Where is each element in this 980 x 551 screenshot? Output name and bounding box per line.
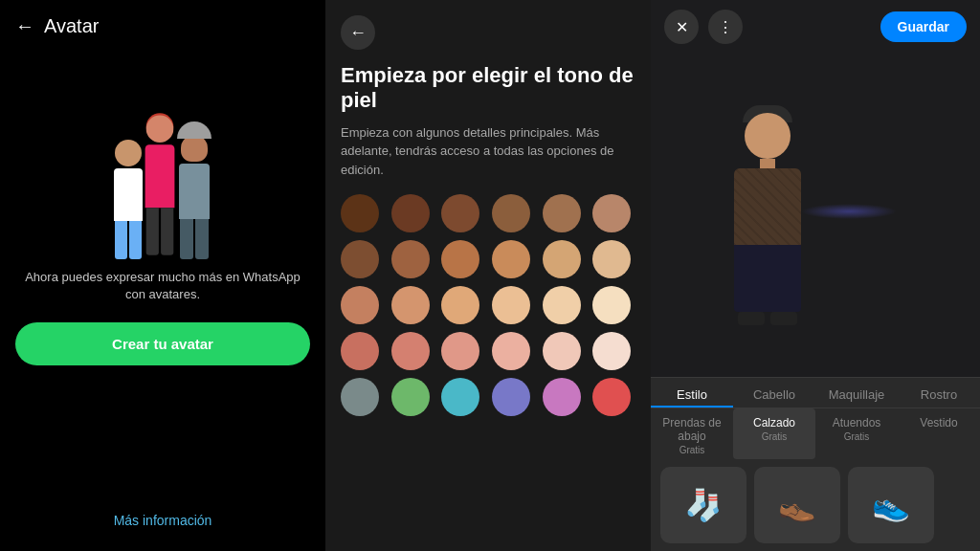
- tab-maquillaje[interactable]: Maquillaje: [815, 378, 898, 408]
- fig1-leg-left: [115, 221, 127, 259]
- skin-color-5[interactable]: [592, 194, 631, 232]
- item-card-1[interactable]: 👞: [754, 467, 840, 543]
- item-img-2: 👟: [848, 467, 934, 543]
- preview-head: [745, 113, 791, 159]
- middle-back-button[interactable]: ←: [341, 15, 375, 50]
- fig2-leg-right: [161, 208, 173, 255]
- skin-color-3[interactable]: [492, 194, 530, 232]
- fig3-body: [179, 164, 210, 219]
- fig3-leg-left: [180, 219, 193, 259]
- skin-color-23[interactable]: [592, 332, 631, 370]
- preview-torso: [734, 168, 801, 245]
- skin-color-26[interactable]: [441, 378, 479, 416]
- avatar-preview-area: [651, 54, 980, 377]
- skin-color-6[interactable]: [341, 240, 379, 278]
- fig3-legs: [180, 219, 209, 259]
- skin-color-4[interactable]: [543, 194, 581, 232]
- skin-color-12[interactable]: [341, 286, 379, 324]
- close-icon: ✕: [676, 18, 688, 36]
- fig1-head: [115, 140, 142, 166]
- avatar-figure-2: [145, 113, 175, 255]
- skin-color-11[interactable]: [592, 240, 631, 278]
- preview-foot-right: [770, 312, 797, 325]
- subtab-price-1: Gratis: [737, 431, 812, 442]
- left-panel: ← Avatar: [0, 0, 325, 551]
- avatar-figures: [114, 68, 212, 259]
- fig1-body: [114, 168, 143, 221]
- skin-color-28[interactable]: [543, 378, 581, 416]
- fig3-head: [181, 135, 208, 162]
- bottom-tabs: EstiloCabelloMaquillajeRostro Prendas de…: [651, 377, 980, 551]
- fig1-legs: [115, 221, 142, 259]
- subtab-2[interactable]: AtuendosGratis: [815, 408, 898, 459]
- skin-color-29[interactable]: [592, 378, 631, 416]
- middle-back-icon: ←: [349, 23, 367, 43]
- fig2-head: [146, 115, 174, 143]
- tab-rostro[interactable]: Rostro: [898, 378, 980, 408]
- fig2-leg-left: [146, 208, 159, 255]
- skin-color-25[interactable]: [391, 378, 430, 416]
- skin-color-0[interactable]: [341, 194, 379, 232]
- avatar-3d-preview: [734, 105, 801, 325]
- skin-color-9[interactable]: [492, 240, 530, 278]
- right-topbar: ✕ ⋮ Guardar: [651, 0, 980, 54]
- skin-color-15[interactable]: [492, 286, 530, 324]
- item-card-2[interactable]: 👟: [848, 467, 934, 543]
- more-options-button[interactable]: ⋮: [708, 10, 743, 44]
- middle-subtitle: Empieza con algunos detalles principales…: [341, 123, 635, 180]
- subtabs-row: Prendas de abajoGratisCalzadoGratisAtuen…: [651, 408, 980, 459]
- skin-color-14[interactable]: [441, 286, 479, 324]
- tab-estilo[interactable]: Estilo: [651, 378, 733, 408]
- preview-feet: [738, 312, 797, 325]
- skin-color-24[interactable]: [341, 378, 379, 416]
- skin-color-21[interactable]: [492, 332, 530, 370]
- items-row: 🧦👞👟: [651, 459, 980, 551]
- subtab-3[interactable]: Vestido: [898, 408, 980, 459]
- skin-color-22[interactable]: [543, 332, 581, 370]
- skin-color-13[interactable]: [391, 286, 430, 324]
- fig3-leg-right: [195, 219, 209, 259]
- skin-color-2[interactable]: [441, 194, 479, 232]
- item-img-1: 👞: [754, 467, 840, 543]
- subtab-1[interactable]: CalzadoGratis: [733, 408, 815, 459]
- back-icon[interactable]: ←: [15, 15, 34, 37]
- close-button[interactable]: ✕: [664, 10, 699, 44]
- item-img-0: 🧦: [660, 467, 746, 543]
- subtab-price-0: Gratis: [655, 445, 729, 455]
- main-tabs-row: EstiloCabelloMaquillajeRostro: [651, 378, 980, 408]
- more-info-link[interactable]: Más información: [114, 513, 212, 536]
- fig2-body: [145, 144, 175, 208]
- preview-pants: [734, 245, 801, 312]
- more-icon: ⋮: [718, 18, 733, 36]
- skin-color-16[interactable]: [543, 286, 581, 324]
- avatar-shadow: [801, 204, 897, 219]
- skin-color-20[interactable]: [441, 332, 479, 370]
- tab-cabello[interactable]: Cabello: [733, 378, 815, 408]
- skin-color-19[interactable]: [391, 332, 430, 370]
- middle-panel: ← Empieza por elegir el tono de piel Emp…: [325, 0, 651, 551]
- middle-title: Empieza por elegir el tono de piel: [341, 63, 635, 114]
- skin-color-27[interactable]: [492, 378, 530, 416]
- save-button[interactable]: Guardar: [880, 11, 967, 42]
- skin-color-10[interactable]: [543, 240, 581, 278]
- create-avatar-button[interactable]: Crear tu avatar: [15, 322, 310, 365]
- preview-neck: [760, 159, 775, 168]
- fig3-hijab: [177, 121, 212, 139]
- skin-color-8[interactable]: [441, 240, 479, 278]
- item-card-0[interactable]: 🧦: [660, 467, 746, 543]
- avatar-figure-1: [114, 140, 143, 259]
- fig2-legs: [146, 208, 174, 255]
- avatar-image-container: [38, 49, 287, 259]
- skin-color-grid: [341, 194, 635, 416]
- subtab-price-2: Gratis: [819, 431, 894, 442]
- fig1-leg-right: [129, 221, 142, 259]
- skin-color-17[interactable]: [592, 286, 631, 324]
- skin-color-18[interactable]: [341, 332, 379, 370]
- left-description: Ahora puedes expresar mucho más en Whats…: [15, 269, 310, 303]
- left-header: ← Avatar: [15, 15, 310, 37]
- avatar-figure-3: [177, 121, 212, 259]
- right-topbar-left: ✕ ⋮: [664, 10, 743, 44]
- skin-color-1[interactable]: [391, 194, 430, 232]
- subtab-0[interactable]: Prendas de abajoGratis: [651, 408, 733, 459]
- skin-color-7[interactable]: [391, 240, 430, 278]
